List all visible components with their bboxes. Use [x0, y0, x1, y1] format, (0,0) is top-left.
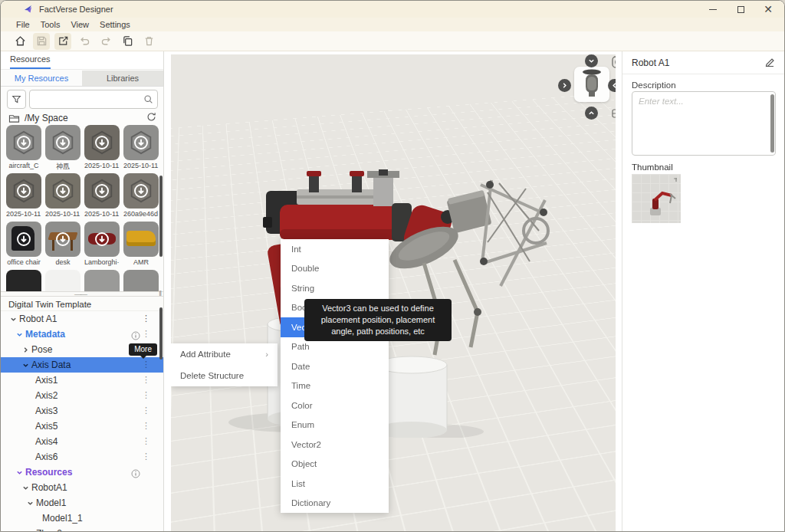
chevron-down-icon[interactable] — [19, 484, 31, 491]
resource-item[interactable] — [6, 270, 41, 291]
resource-thumbnail[interactable] — [123, 125, 159, 160]
info-icon[interactable] — [131, 330, 140, 339]
menu-item-time[interactable]: Time — [281, 376, 389, 396]
resource-thumbnail[interactable] — [6, 173, 41, 209]
menu-item-add-attribute[interactable]: Add Attribute› — [171, 343, 278, 365]
minimize-button[interactable] — [700, 1, 726, 18]
tree-scrollbar[interactable] — [159, 307, 163, 360]
search-input[interactable] — [29, 90, 158, 109]
orbit-down-button[interactable] — [585, 107, 598, 120]
menu-item-list[interactable]: List — [281, 474, 389, 494]
kebab-menu-icon[interactable]: ⋮ — [142, 375, 150, 385]
resource-item[interactable]: 2025-10-11 ··· — [6, 173, 41, 218]
resource-thumbnail[interactable] — [45, 270, 80, 291]
resource-thumbnail[interactable] — [45, 173, 80, 209]
filter-button[interactable] — [7, 90, 26, 109]
tree-item-robota1[interactable]: RobotA1 — [1, 480, 163, 495]
chevron-down-icon[interactable] — [19, 362, 31, 369]
resource-thumbnail[interactable] — [84, 270, 120, 291]
menu-item-delete-structure[interactable]: Delete Structure — [171, 365, 278, 386]
resource-thumbnail[interactable] — [45, 125, 80, 160]
camera-view-icon[interactable] — [611, 55, 616, 69]
chevron-down-icon[interactable] — [13, 469, 25, 476]
resource-item[interactable]: 2025-10-11 ··· — [45, 173, 80, 218]
resource-item[interactable]: office chair — [6, 222, 41, 267]
resource-item[interactable]: aircraft_C — [6, 125, 41, 170]
menu-item-date[interactable]: Date — [281, 356, 389, 376]
tree-item-axis1[interactable]: Axis1⋮ — [1, 373, 163, 388]
grid-toggle-icon[interactable] — [611, 107, 616, 120]
menu-item-color[interactable]: Color — [281, 396, 389, 415]
tree-item-metadata[interactable]: Metadata⋮ — [1, 327, 163, 342]
menu-item-double[interactable]: Double — [281, 259, 389, 279]
textarea-scrollbar[interactable] — [770, 94, 774, 153]
menu-item-enum[interactable]: Enum — [281, 415, 389, 435]
kebab-menu-icon[interactable]: ⋮ — [142, 436, 150, 446]
kebab-menu-icon[interactable]: ⋮ — [142, 360, 150, 369]
resource-item[interactable]: 神凰 — [45, 125, 80, 170]
resource-thumbnail[interactable] — [84, 125, 120, 160]
resource-item[interactable] — [45, 270, 80, 291]
menu-item-string[interactable]: String — [281, 278, 389, 298]
resource-thumbnail[interactable] — [6, 270, 41, 291]
redo-icon[interactable] — [97, 33, 114, 50]
menu-item-int[interactable]: Int — [281, 239, 389, 259]
delete-icon[interactable] — [140, 33, 157, 50]
menu-file[interactable]: File — [16, 20, 30, 29]
tree-item-resources[interactable]: Resources — [1, 465, 163, 480]
resource-item[interactable]: 2025-10-11 ··· — [84, 125, 120, 170]
resource-item[interactable]: Lamborghi··· — [84, 222, 120, 267]
orbit-right-button[interactable] — [608, 79, 616, 92]
resource-thumbnail[interactable] — [6, 125, 41, 160]
kebab-menu-icon[interactable]: ⋮ — [142, 314, 150, 323]
tab-resources-panel[interactable]: Resources — [10, 54, 51, 69]
menu-view[interactable]: View — [71, 20, 89, 29]
tree-item-axis4[interactable]: Axis4⋮ — [1, 434, 163, 449]
description-input[interactable] — [632, 91, 776, 156]
resource-item[interactable] — [84, 270, 120, 291]
resource-thumbnail[interactable] — [84, 173, 120, 209]
edit-pencil-icon[interactable] — [764, 57, 775, 68]
thumbnail-preview[interactable] — [632, 174, 681, 223]
resource-thumbnail[interactable] — [123, 173, 159, 209]
maximize-button[interactable] — [728, 1, 754, 18]
resource-item[interactable] — [123, 270, 159, 291]
orbit-left-button[interactable] — [558, 79, 571, 92]
panel-splitter[interactable]: ————‖ — [1, 291, 163, 297]
menu-settings[interactable]: Settings — [100, 20, 130, 29]
tree-item-zhou2[interactable]: Zhou2 — [1, 526, 163, 532]
save-icon[interactable] — [33, 33, 50, 50]
kebab-menu-icon[interactable]: ⋮ — [142, 421, 150, 431]
chevron-down-icon[interactable] — [24, 500, 36, 507]
scene-canvas[interactable]: Add Attribute› Delete Structure Int Doub… — [171, 54, 616, 532]
chevron-down-icon[interactable] — [7, 316, 19, 323]
resource-thumbnail[interactable] — [84, 222, 120, 257]
tree-item-axis5[interactable]: Axis5⋮ — [1, 419, 163, 434]
menu-item-object[interactable]: Object — [281, 455, 389, 475]
refresh-icon[interactable] — [146, 112, 156, 124]
resource-item[interactable]: 260a9e46d··· — [123, 173, 159, 218]
tab-libraries[interactable]: Libraries — [82, 71, 163, 86]
tree-item-axis3[interactable]: Axis3⋮ — [1, 403, 163, 419]
duplicate-icon[interactable] — [119, 33, 136, 50]
close-button[interactable]: ✕ — [755, 1, 781, 18]
kebab-menu-icon[interactable]: ⋮ — [142, 406, 150, 415]
search-icon[interactable] — [143, 94, 153, 107]
kebab-menu-icon[interactable]: ⋮ — [142, 329, 150, 339]
kebab-menu-icon[interactable]: ⋮ — [142, 452, 150, 461]
tree-item-robot-a1[interactable]: Robot A1⋮ — [1, 311, 163, 327]
undo-icon[interactable] — [76, 33, 93, 50]
info-icon[interactable] — [131, 468, 140, 477]
orientation-cube[interactable] — [574, 67, 609, 102]
home-icon[interactable] — [11, 33, 28, 50]
resource-thumbnail[interactable] — [123, 222, 159, 257]
resource-item[interactable]: desk — [45, 222, 80, 267]
menu-item-vector2[interactable]: Vector2 — [281, 435, 389, 455]
tree-item-axis6[interactable]: Axis6⋮ — [1, 449, 163, 465]
tab-my-resources[interactable]: My Resources — [1, 71, 82, 86]
menu-tools[interactable]: Tools — [41, 20, 61, 29]
resource-item[interactable]: AMR — [123, 222, 159, 267]
menu-item-dictionary[interactable]: Dictionary — [281, 494, 389, 514]
resource-thumbnail[interactable] — [6, 222, 41, 257]
resource-thumbnail[interactable] — [123, 270, 159, 291]
